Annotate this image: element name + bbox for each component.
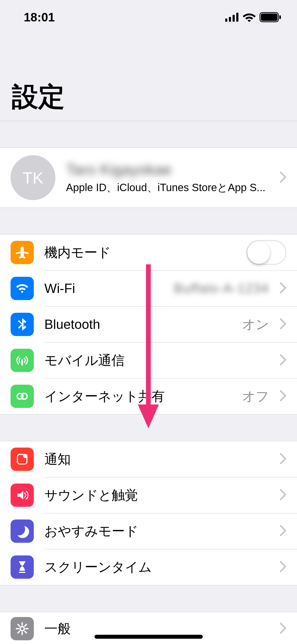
svg-rect-2 [233,15,235,22]
hotspot-icon [11,385,34,408]
row-label: Bluetooth [44,317,242,332]
svg-rect-6 [279,15,281,19]
row-label: 機内モード [44,244,246,261]
cellular-icon [11,349,34,372]
battery-icon [260,12,281,22]
hotspot-value: オフ [242,388,269,405]
chevron-right-icon [280,390,286,403]
notifications-icon [11,448,34,471]
chevron-right-icon [280,282,286,295]
wifi-row[interactable]: Wi-Fi Buffalo-A-1234 [0,270,297,306]
row-label: Wi-Fi [44,281,174,296]
svg-point-9 [21,393,27,399]
row-label: 通知 [44,450,274,468]
chevron-right-icon [280,525,286,537]
airplane-mode-row[interactable]: 機内モード [0,234,297,270]
status-time: 18:01 [24,10,55,24]
status-icons [225,12,281,22]
general-row[interactable]: 一般 [0,612,297,644]
bluetooth-row[interactable]: Bluetooth オン [0,306,297,342]
dnd-row[interactable]: おやすみモード [0,513,297,549]
chevron-right-icon [280,354,286,367]
chevron-right-icon [280,171,286,184]
screentime-icon [11,555,34,579]
chevron-right-icon [280,453,286,466]
svg-rect-5 [261,13,277,21]
avatar: TK [11,155,55,200]
account-subtitle: Apple ID、iCloud、iTunes StoreとApp S... [66,180,274,195]
wifi-icon [11,277,34,300]
cellular-signal-icon [225,13,239,22]
account-name: Taro Kigayokae [66,160,274,178]
svg-rect-3 [236,13,238,22]
connectivity-section: 機内モード Wi-Fi Buffalo-A-1234 Bluetooth オン … [0,234,297,415]
home-indicator [95,635,203,639]
row-label: おやすみモード [44,522,274,540]
page-title: 設定 [0,34,297,121]
bluetooth-value: オン [242,316,269,333]
bluetooth-icon [11,313,34,336]
cellular-row[interactable]: モバイル通信 [0,342,297,378]
svg-rect-7 [21,359,23,366]
row-label: インターネット共有 [44,388,242,405]
status-bar: 18:01 [0,0,297,34]
notifications-row[interactable]: 通知 [0,441,297,477]
chevron-right-icon [280,318,286,331]
apple-id-row[interactable]: TK Taro Kigayokae Apple ID、iCloud、iTunes… [0,148,297,208]
chevron-right-icon [280,489,286,502]
row-label: モバイル通信 [44,352,274,369]
svg-rect-1 [229,17,231,22]
wifi-value: Buffalo-A-1234 [174,281,269,296]
dnd-icon [11,519,34,543]
wifi-icon [243,12,256,22]
screentime-row[interactable]: スクリーンタイム [0,549,297,585]
row-label: サウンドと触覚 [44,486,274,504]
general-section: 一般 [0,612,297,644]
svg-point-12 [20,627,24,631]
account-section: TK Taro Kigayokae Apple ID、iCloud、iTunes… [0,148,297,208]
sounds-row[interactable]: サウンドと触覚 [0,477,297,513]
general-icon [11,617,34,640]
chevron-right-icon [280,561,286,573]
chevron-right-icon [280,622,286,635]
airplane-toggle[interactable] [246,240,286,265]
row-label: スクリーンタイム [44,558,274,576]
airplane-icon [11,241,34,264]
svg-point-11 [23,454,27,458]
alerts-section: 通知 サウンドと触覚 おやすみモード スクリーンタイム [0,441,297,585]
svg-rect-0 [225,19,227,22]
sounds-icon [11,484,34,507]
hotspot-row[interactable]: インターネット共有 オフ [0,378,297,414]
